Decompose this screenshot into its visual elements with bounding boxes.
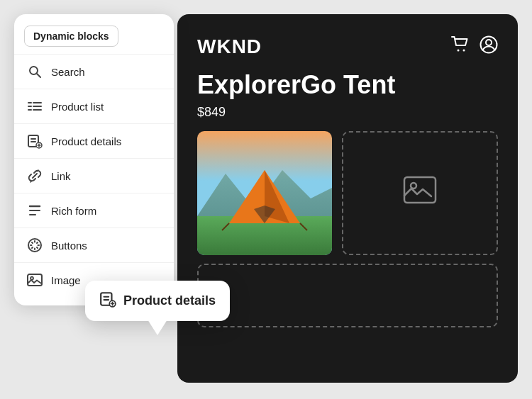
svg-point-43 bbox=[31, 277, 33, 280]
svg-point-3 bbox=[486, 40, 492, 45]
product-details-icon bbox=[27, 133, 43, 149]
sidebar-item-rich-form-label: Rich form bbox=[51, 205, 96, 217]
tooltip-arrow bbox=[148, 320, 167, 337]
sidebar-item-link-label: Link bbox=[51, 170, 71, 182]
image-placeholder-icon bbox=[403, 176, 437, 210]
account-icon[interactable] bbox=[480, 35, 498, 58]
svg-line-39 bbox=[37, 247, 38, 248]
sidebar-item-buttons-label: Buttons bbox=[51, 240, 87, 252]
sidebar-item-search-label: Search bbox=[51, 66, 85, 78]
tooltip-icon bbox=[99, 291, 116, 311]
svg-point-0 bbox=[458, 50, 460, 52]
list-icon bbox=[27, 99, 43, 114]
link-icon bbox=[27, 168, 43, 184]
svg-point-1 bbox=[463, 50, 465, 52]
sidebar-item-search[interactable]: Search bbox=[14, 54, 174, 89]
product-details-placeholder bbox=[197, 264, 498, 327]
sidebar-item-product-details[interactable]: Product details bbox=[14, 123, 174, 158]
sidebar-item-buttons[interactable]: Buttons bbox=[14, 227, 174, 262]
search-icon bbox=[27, 64, 43, 79]
header-icons bbox=[451, 35, 498, 58]
sidebar-item-product-details-label: Product details bbox=[51, 135, 121, 147]
product-main-image bbox=[197, 131, 332, 255]
sidebar-item-product-list[interactable]: Product list bbox=[14, 89, 174, 123]
svg-marker-51 bbox=[149, 320, 166, 334]
product-images-row bbox=[197, 131, 498, 255]
image-icon bbox=[27, 272, 43, 288]
sidebar-item-product-list-label: Product list bbox=[51, 101, 104, 113]
svg-line-15 bbox=[37, 74, 41, 78]
product-image-placeholder bbox=[342, 131, 498, 255]
sidebar-item-image-label: Image bbox=[51, 274, 81, 286]
product-card: WKND bbox=[177, 14, 518, 383]
buttons-icon bbox=[27, 237, 43, 253]
tooltip-label: Product details bbox=[123, 293, 216, 308]
product-details-tooltip: Product details bbox=[85, 281, 230, 321]
dynamic-blocks-badge: Dynamic blocks bbox=[24, 26, 118, 47]
scene: WKND bbox=[0, 0, 532, 399]
card-header: WKND bbox=[197, 35, 498, 58]
product-price: $849 bbox=[197, 105, 498, 120]
sidebar-panel: Dynamic blocks Search bbox=[14, 14, 174, 305]
svg-line-40 bbox=[37, 242, 38, 243]
sidebar-item-link[interactable]: Link bbox=[14, 158, 174, 193]
sidebar-item-rich-form[interactable]: Rich form bbox=[14, 193, 174, 227]
svg-line-41 bbox=[32, 247, 33, 248]
svg-line-38 bbox=[32, 242, 33, 243]
brand-logo: WKND bbox=[197, 35, 262, 58]
svg-rect-42 bbox=[28, 274, 42, 286]
product-title: ExplorerGo Tent bbox=[197, 71, 498, 99]
rich-form-icon bbox=[27, 203, 43, 218]
cart-icon[interactable] bbox=[451, 36, 470, 57]
